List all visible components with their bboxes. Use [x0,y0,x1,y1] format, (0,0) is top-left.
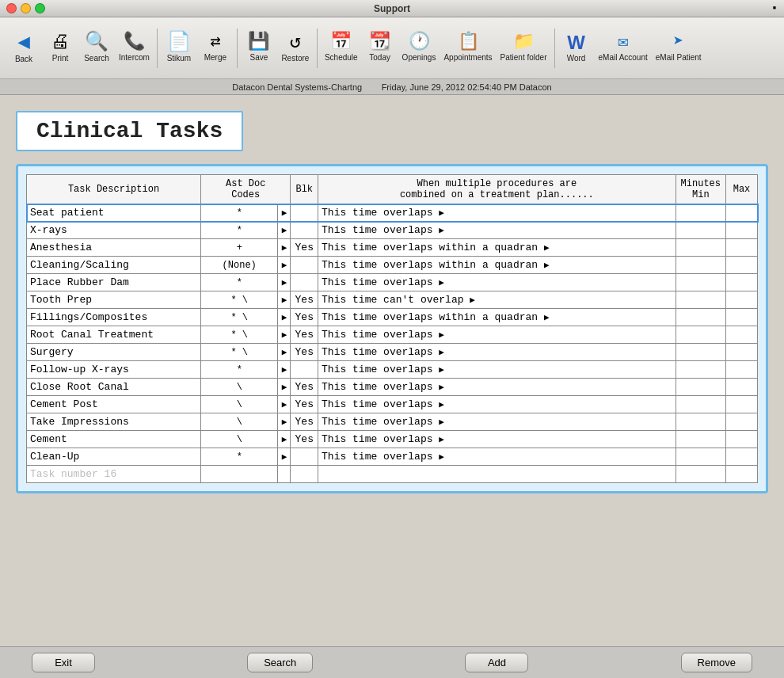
overlap-cell[interactable]: This time overlaps ▶ [318,431,676,448]
table-row[interactable]: Surgery* \▶YesThis time overlaps ▶ [27,344,758,361]
word-button[interactable]: W Word [559,21,594,75]
overlap-cell[interactable]: This time overlaps ▶ [318,413,676,431]
table-row[interactable]: Cement Post\▶YesThis time overlaps ▶ [27,396,758,413]
doc-arrow-cell[interactable]: ▶ [278,257,291,274]
max-cell[interactable] [726,396,758,413]
min-cell[interactable] [676,204,725,222]
max-cell[interactable] [726,274,758,291]
table-row[interactable]: Root Canal Treatment* \▶YesThis time ove… [27,326,758,344]
doc-arrow-cell[interactable] [278,466,291,483]
save-button[interactable]: 💾 Save [242,21,276,75]
max-cell[interactable] [726,448,758,466]
min-cell[interactable] [676,396,725,413]
min-cell[interactable] [676,257,725,274]
min-cell[interactable] [676,361,725,379]
schedule-button[interactable]: 📅 Schedule [322,21,361,75]
overlap-cell[interactable]: This time overlaps ▶ [318,448,676,466]
minimize-button[interactable] [21,3,31,13]
max-cell[interactable] [726,466,758,483]
table-row[interactable]: Anesthesia+▶YesThis time overlaps within… [27,239,758,257]
min-cell[interactable] [676,326,725,344]
overlap-cell[interactable]: This time overlaps within a quadran ▶ [318,309,676,326]
search-bottom-button[interactable]: Search [247,653,313,672]
max-cell[interactable] [726,361,758,379]
exit-button[interactable]: Exit [32,653,95,672]
add-button[interactable]: Add [465,653,528,672]
stikum-button[interactable]: 📄 Stikum [162,21,196,75]
doc-arrow-cell[interactable]: ▶ [278,239,291,257]
min-cell[interactable] [676,344,725,361]
remove-button[interactable]: Remove [681,653,752,672]
window-resize[interactable]: ▪ [771,2,778,14]
min-cell[interactable] [676,274,725,291]
overlap-cell[interactable]: This time overlaps ▶ [318,344,676,361]
table-row[interactable]: Close Root Canal\▶YesThis time overlaps … [27,379,758,396]
min-cell[interactable] [676,413,725,431]
overlap-cell[interactable]: This time overlaps ▶ [318,379,676,396]
table-row[interactable]: Take Impressions\▶YesThis time overlaps … [27,413,758,431]
max-cell[interactable] [726,344,758,361]
overlap-cell[interactable]: This time can't overlap ▶ [318,291,676,309]
overlap-cell[interactable]: This time overlaps ▶ [318,326,676,344]
window-controls[interactable] [6,3,45,13]
doc-arrow-cell[interactable]: ▶ [278,431,291,448]
back-button[interactable]: ◀ Back [6,21,41,75]
doc-arrow-cell[interactable]: ▶ [278,448,291,466]
max-cell[interactable] [726,291,758,309]
min-cell[interactable] [676,431,725,448]
emailaccount-button[interactable]: ✉ eMail Account [596,21,651,75]
overlap-cell[interactable]: This time overlaps ▶ [318,396,676,413]
min-cell[interactable] [676,291,725,309]
overlap-cell[interactable] [318,466,676,483]
min-cell[interactable] [676,448,725,466]
doc-arrow-cell[interactable]: ▶ [278,396,291,413]
maximize-button[interactable] [35,3,45,13]
max-cell[interactable] [726,431,758,448]
table-row[interactable]: X-rays*▶This time overlaps ▶ [27,222,758,239]
table-row[interactable]: Task number 16 [27,466,758,483]
overlap-cell[interactable]: This time overlaps ▶ [318,204,676,222]
max-cell[interactable] [726,309,758,326]
min-cell[interactable] [676,309,725,326]
doc-arrow-cell[interactable]: ▶ [278,379,291,396]
max-cell[interactable] [726,413,758,431]
patientfolder-button[interactable]: 📁 Patient folder [497,21,550,75]
emailpatient-button[interactable]: ➤ eMail Patient [653,21,705,75]
search-button[interactable]: 🔍 Search [79,21,114,75]
min-cell[interactable] [676,222,725,239]
doc-arrow-cell[interactable]: ▶ [278,274,291,291]
max-cell[interactable] [726,222,758,239]
doc-arrow-cell[interactable]: ▶ [278,361,291,379]
overlap-cell[interactable]: This time overlaps ▶ [318,361,676,379]
table-row[interactable]: Seat patient*▶This time overlaps ▶ [27,204,758,222]
restore-button[interactable]: ↺ Restore [278,21,313,75]
merge-button[interactable]: ⇄ Merge [198,21,233,75]
today-button[interactable]: 📆 Today [363,21,398,75]
doc-arrow-cell[interactable]: ▶ [278,291,291,309]
doc-arrow-cell[interactable]: ▶ [278,413,291,431]
doc-arrow-cell[interactable]: ▶ [278,326,291,344]
overlap-cell[interactable]: This time overlaps ▶ [318,222,676,239]
max-cell[interactable] [726,204,758,222]
table-row[interactable]: Fillings/Composites* \▶YesThis time over… [27,309,758,326]
table-row[interactable]: Tooth Prep* \▶YesThis time can't overlap… [27,291,758,309]
intercom-button[interactable]: 📞 Intercom [116,21,153,75]
table-row[interactable]: Place Rubber Dam*▶This time overlaps ▶ [27,274,758,291]
table-row[interactable]: Cement\▶YesThis time overlaps ▶ [27,431,758,448]
doc-arrow-cell[interactable]: ▶ [278,204,291,222]
appointments-button[interactable]: 📋 Appointments [440,21,495,75]
doc-arrow-cell[interactable]: ▶ [278,344,291,361]
print-button[interactable]: 🖨 Print [43,21,78,75]
min-cell[interactable] [676,379,725,396]
overlap-cell[interactable]: This time overlaps ▶ [318,274,676,291]
openings-button[interactable]: 🕐 Openings [399,21,440,75]
overlap-cell[interactable]: This time overlaps within a quadran ▶ [318,239,676,257]
doc-arrow-cell[interactable]: ▶ [278,309,291,326]
table-row[interactable]: Clean-Up*▶This time overlaps ▶ [27,448,758,466]
table-row[interactable]: Follow-up X-rays*▶This time overlaps ▶ [27,361,758,379]
table-row[interactable]: Cleaning/Scaling(None)▶This time overlap… [27,257,758,274]
max-cell[interactable] [726,257,758,274]
overlap-cell[interactable]: This time overlaps within a quadran ▶ [318,257,676,274]
max-cell[interactable] [726,326,758,344]
min-cell[interactable] [676,239,725,257]
